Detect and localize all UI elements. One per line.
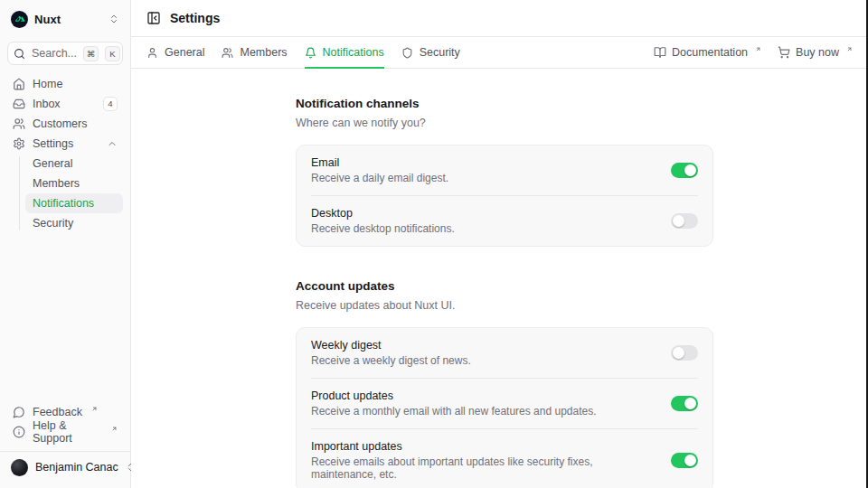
customers-icon xyxy=(13,117,25,130)
setting-row-weekly-digest: Weekly digest Receive a weekly digest of… xyxy=(311,328,698,378)
sidebar-item-notifications[interactable]: Notifications xyxy=(25,193,123,213)
search-input[interactable]: Search... ⌘ K xyxy=(7,42,123,65)
documentation-link[interactable]: Documentation xyxy=(654,37,761,68)
external-link-icon xyxy=(111,426,118,432)
tab-label: Notifications xyxy=(323,46,384,59)
sidebar-item-members[interactable]: Members xyxy=(25,174,123,193)
setting-title: Desktop xyxy=(311,207,656,220)
external-link-icon xyxy=(755,46,761,52)
section-title: Account updates xyxy=(296,279,713,293)
section-description: Receive updates about Nuxt UI. xyxy=(296,299,713,312)
setting-title: Weekly digest xyxy=(311,339,656,352)
sidebar-item-settings[interactable]: Settings xyxy=(7,134,123,154)
setting-title: Important updates xyxy=(311,440,656,453)
page-header: Settings xyxy=(131,0,868,37)
user-name: Benjamin Canac xyxy=(35,461,118,474)
bell-icon xyxy=(305,47,316,59)
book-open-icon xyxy=(654,46,666,59)
setting-title: Email xyxy=(311,156,656,169)
setting-title: Product updates xyxy=(311,389,656,402)
tab-notifications[interactable]: Notifications xyxy=(305,37,384,68)
tab-members[interactable]: Members xyxy=(222,37,287,68)
external-link-icon xyxy=(91,406,98,412)
workspace-name: Nuxt xyxy=(34,13,102,26)
sidebar-item-label: Notifications xyxy=(33,197,94,210)
section-notification-channels: Notification channels Where can we notif… xyxy=(296,97,713,247)
sidebar-item-customers[interactable]: Customers xyxy=(7,114,123,134)
setting-row-desktop: Desktop Receive desktop notifications. xyxy=(311,195,698,246)
section-account-updates: Account updates Receive updates about Nu… xyxy=(296,279,713,488)
sidebar-nav: Home Inbox 4 Customers Settings General xyxy=(7,74,123,233)
kbd-k: K xyxy=(105,46,120,61)
nuxt-logo-icon xyxy=(11,11,28,28)
product-updates-toggle[interactable] xyxy=(671,396,698,411)
help-support-label: Help & Support xyxy=(33,419,102,445)
documentation-label: Documentation xyxy=(672,46,748,59)
page-title: Settings xyxy=(170,11,220,25)
tab-general[interactable]: General xyxy=(146,37,204,68)
info-circle-icon xyxy=(13,426,25,438)
buy-now-label: Buy now xyxy=(796,46,839,59)
inbox-icon xyxy=(13,98,25,110)
important-updates-toggle[interactable] xyxy=(671,453,698,468)
user-menu[interactable]: Benjamin Canac xyxy=(7,454,123,481)
weekly-digest-toggle[interactable] xyxy=(671,345,698,361)
settings-tabbar: General Members Notifications Security D… xyxy=(131,37,868,69)
notifications-panel: Notification channels Where can we notif… xyxy=(131,69,868,488)
gear-icon xyxy=(13,137,25,150)
feedback-label: Feedback xyxy=(33,406,82,418)
sidebar-item-label: General xyxy=(33,157,72,170)
app-window: Nuxt Search... ⌘ K Home Inbox 4 Customer… xyxy=(0,0,868,488)
setting-description: Receive desktop notifications. xyxy=(311,222,656,235)
main-area: Settings General Members Notifications S… xyxy=(131,0,868,488)
setting-row-important-updates: Important updates Receive emails about i… xyxy=(311,428,698,488)
desktop-toggle[interactable] xyxy=(671,213,698,229)
search-placeholder: Search... xyxy=(32,47,77,60)
sidebar-item-security[interactable]: Security xyxy=(25,213,123,233)
external-link-icon xyxy=(846,46,853,52)
settings-card: Weekly digest Receive a weekly digest of… xyxy=(296,327,713,488)
setting-description: Receive a monthly email with all new fea… xyxy=(311,405,656,418)
workspace-switcher[interactable]: Nuxt xyxy=(7,7,123,31)
kbd-meta: ⌘ xyxy=(83,46,99,61)
tab-label: Security xyxy=(420,46,460,59)
setting-description: Receive a daily email digest. xyxy=(311,172,656,184)
header-links: Documentation Buy now xyxy=(654,37,853,68)
sidebar-divider xyxy=(0,451,130,452)
email-toggle[interactable] xyxy=(671,163,698,178)
search-icon xyxy=(14,48,25,60)
setting-row-email: Email Receive a daily email digest. xyxy=(311,145,698,195)
setting-row-product-updates: Product updates Receive a monthly email … xyxy=(311,378,698,428)
section-description: Where can we notify you? xyxy=(296,117,713,129)
settings-subnav: General Members Notifications Security xyxy=(7,154,123,233)
user-avatar xyxy=(11,459,28,476)
tab-label: Members xyxy=(240,46,287,59)
section-title: Notification channels xyxy=(296,97,713,110)
settings-card: Email Receive a daily email digest. Desk… xyxy=(296,145,713,247)
sidebar-item-label: Members xyxy=(33,177,80,190)
sidebar-item-label: Home xyxy=(33,78,62,90)
sidebar-item-label: Security xyxy=(33,217,73,230)
shield-icon xyxy=(401,47,413,59)
setting-description: Receive emails about important updates l… xyxy=(311,455,656,481)
sidebar-item-general[interactable]: General xyxy=(25,154,123,174)
help-support-link[interactable]: Help & Support xyxy=(7,422,123,442)
chat-bubble-icon xyxy=(13,406,25,418)
sidebar: Nuxt Search... ⌘ K Home Inbox 4 Customer… xyxy=(0,0,131,488)
collapse-sidebar-button[interactable] xyxy=(146,11,161,25)
user-icon xyxy=(146,47,158,59)
sidebar-item-label: Customers xyxy=(33,117,87,130)
inbox-count-badge: 4 xyxy=(103,97,118,110)
setting-description: Receive a weekly digest of news. xyxy=(311,354,656,367)
sidebar-item-inbox[interactable]: Inbox 4 xyxy=(7,94,123,114)
sidebar-item-label: Inbox xyxy=(33,98,61,110)
shopping-cart-icon xyxy=(778,46,790,59)
sidebar-item-label: Settings xyxy=(33,137,73,150)
sidebar-footer: Feedback Help & Support xyxy=(7,402,123,446)
sidebar-item-home[interactable]: Home xyxy=(7,74,123,94)
buy-now-link[interactable]: Buy now xyxy=(778,37,853,68)
users-icon xyxy=(222,47,233,59)
tab-security[interactable]: Security xyxy=(401,37,460,68)
chevron-up-icon xyxy=(107,138,118,149)
home-icon xyxy=(13,78,25,90)
